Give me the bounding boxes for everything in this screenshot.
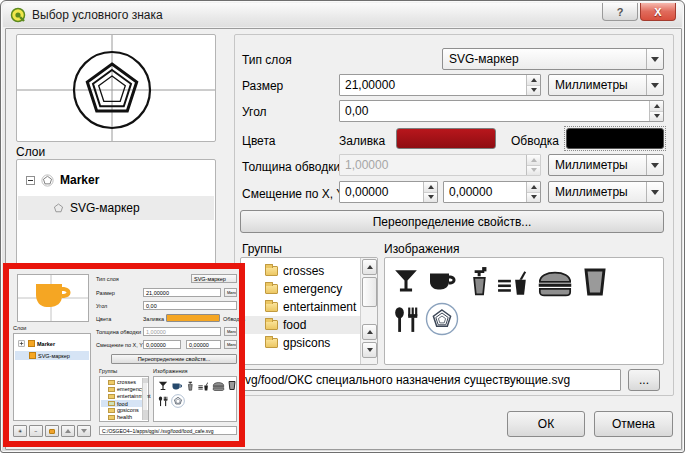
- group-item[interactable]: entertainment: [265, 298, 356, 316]
- layer-root-label: Marker: [60, 173, 99, 187]
- offset-y-spinbox[interactable]: 0,00000: [443, 181, 541, 203]
- scroll-up-icon[interactable]: [362, 324, 377, 340]
- pentagon-svg-marker-icon-selected[interactable]: [425, 302, 459, 336]
- close-button[interactable]: X: [640, 3, 676, 21]
- spin-up-icon[interactable]: [527, 182, 540, 193]
- collapse-expander-icon[interactable]: [26, 176, 35, 185]
- offset-unit-combo[interactable]: Миллиметры: [548, 181, 664, 203]
- fill-label: Заливка: [339, 134, 385, 148]
- layer-type-combo[interactable]: SVG-маркер: [442, 48, 664, 70]
- symbol-selector-dialog: Выбор условного знака ? X Слои: [0, 0, 685, 453]
- coffee-cup-icon: [171, 382, 183, 391]
- title-bar[interactable]: Выбор условного знака ? X: [3, 3, 682, 27]
- stroke-color-button[interactable]: [566, 128, 664, 149]
- highlighted-inset-screenshot: Слои Marker SVG-маркер ✳ − Тип слоя SVG-…: [3, 263, 245, 447]
- fast-food-icon[interactable]: [497, 270, 529, 296]
- spin-down-icon: [527, 166, 540, 176]
- orange-marker-icon: [29, 352, 36, 359]
- ok-button[interactable]: ОК: [507, 411, 585, 437]
- move-down-button: [77, 425, 91, 437]
- spin-up-icon[interactable]: [527, 75, 540, 86]
- inset-size-unit: Миллиметры: [224, 288, 237, 297]
- group-item-label: entertainment: [283, 300, 356, 314]
- orange-marker-icon: [28, 340, 35, 347]
- offset-x-spinbox[interactable]: 0,00000: [339, 181, 438, 203]
- group-item[interactable]: emergency: [265, 280, 342, 298]
- layer-child-label: SVG-маркер: [70, 201, 140, 215]
- browse-button[interactable]: ...: [628, 369, 660, 391]
- inset-layer-root: Marker: [37, 341, 55, 347]
- inset-angle-label: Угол: [96, 303, 107, 309]
- groups-label: Группы: [242, 242, 282, 256]
- lock-icon: [45, 425, 59, 437]
- svg-groups-tree[interactable]: crosses emergency entertainment food gps…: [240, 257, 378, 365]
- chevron-down-icon: [646, 49, 663, 69]
- spin-up-icon[interactable]: [650, 101, 663, 112]
- spin-down-icon[interactable]: [527, 193, 540, 203]
- coffee-cup-icon[interactable]: [427, 269, 457, 294]
- offset-x-value: 0,00000: [340, 185, 423, 199]
- layer-tree-root[interactable]: Marker: [18, 168, 214, 192]
- folder-icon: [108, 401, 115, 406]
- inset-type-label: Тип слоя: [96, 276, 119, 282]
- inset-stroke-label: Обводка: [223, 316, 245, 322]
- inset-colors-label: Цвета: [96, 316, 111, 322]
- layers-label: Слои: [16, 145, 45, 159]
- angle-label: Угол: [242, 105, 267, 119]
- offset-label: Смещение по X, Y: [242, 187, 344, 201]
- folder-icon: [265, 338, 278, 348]
- folder-icon: [108, 415, 115, 420]
- data-defined-override-button[interactable]: Переопределение свойств...: [240, 210, 664, 233]
- drink-glass-icon[interactable]: [583, 267, 607, 297]
- stroke-width-unit-combo[interactable]: Миллиметры: [548, 154, 664, 176]
- inset-layer-child: SVG-маркер: [38, 353, 70, 359]
- help-button[interactable]: ?: [602, 3, 638, 21]
- group-item[interactable]: crosses: [265, 262, 324, 280]
- inset-angle-field: 0,00: [143, 301, 237, 310]
- remove-layer-button: −: [29, 425, 43, 437]
- spin-down-icon[interactable]: [650, 112, 663, 122]
- inset-offset-unit: Миллиметры: [224, 340, 237, 349]
- angle-spinbox[interactable]: 0,00: [339, 100, 664, 122]
- window-frame: Выбор условного знака ? X Слои: [0, 0, 685, 453]
- layer-tree-child-selected[interactable]: SVG-маркер: [18, 196, 214, 220]
- group-item[interactable]: gpsicons: [265, 334, 330, 352]
- hamburger-icon[interactable]: [535, 271, 575, 297]
- marker-symbol-icon: [40, 173, 55, 188]
- svg-path-value: vg/food/ОКС специального назначения суще…: [245, 373, 570, 387]
- inset-images-grid: [153, 376, 237, 422]
- drinking-water-icon[interactable]: [467, 266, 493, 296]
- inset-layers-label: Слои: [13, 325, 26, 331]
- size-spinbox[interactable]: 21,00000: [339, 74, 541, 96]
- scroll-down-icon[interactable]: [362, 342, 377, 358]
- folder-icon: [265, 266, 278, 276]
- svg-path-input[interactable]: vg/food/ОКС специального назначения суще…: [240, 369, 621, 391]
- folder-icon: [265, 284, 278, 294]
- inset-layers-tree: Marker SVG-маркер: [13, 333, 91, 421]
- inset-groups-scrollbar: [142, 378, 147, 420]
- folder-icon: [108, 394, 115, 399]
- groups-scrollbar[interactable]: [360, 258, 377, 364]
- group-item-label: gpsicons: [283, 336, 330, 350]
- add-layer-button: ✳: [13, 425, 27, 437]
- cancel-button[interactable]: Отмена: [594, 411, 673, 437]
- spin-down-icon[interactable]: [424, 193, 437, 203]
- spin-up-icon: [527, 155, 540, 166]
- cutlery-icon[interactable]: [393, 306, 419, 334]
- stroke-width-label: Толщина обводки: [242, 160, 340, 174]
- scroll-up-icon[interactable]: [362, 259, 377, 275]
- group-item-selected[interactable]: food: [242, 316, 360, 334]
- size-unit-combo[interactable]: Миллиметры: [548, 74, 664, 96]
- spin-up-icon[interactable]: [424, 182, 437, 193]
- martini-glass-icon[interactable]: [393, 268, 419, 294]
- scrollbar-thumb[interactable]: [362, 277, 377, 307]
- spin-down-icon[interactable]: [527, 86, 540, 96]
- pentagon-svg-marker-icon-selected: [171, 394, 185, 408]
- svg-images-grid[interactable]: [384, 257, 664, 365]
- inset-stroke-width-field: 1,00000: [143, 327, 221, 336]
- move-up-button: [61, 425, 75, 437]
- symbol-preview: [16, 34, 216, 142]
- stroke-width-unit-value: Миллиметры: [549, 158, 646, 172]
- fill-color-button[interactable]: [396, 128, 496, 149]
- inset-override-button: Переопределение свойств...: [111, 354, 237, 364]
